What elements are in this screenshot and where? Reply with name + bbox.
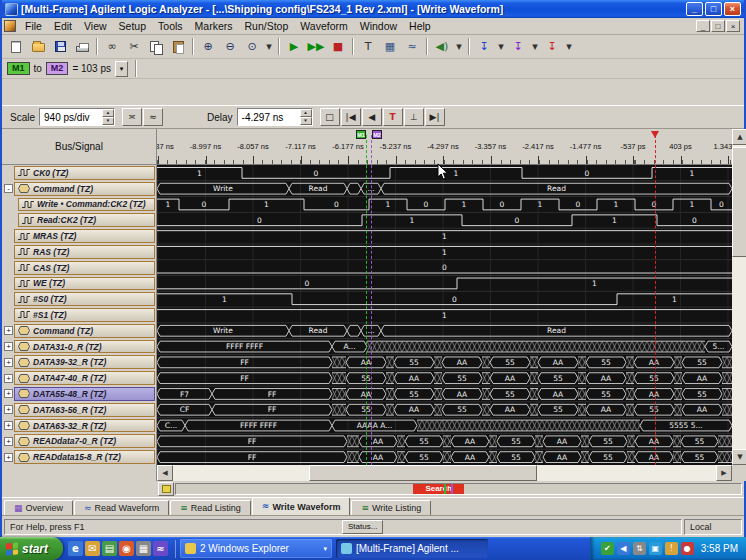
menu-tools[interactable]: Tools — [152, 19, 189, 33]
goto-trigger-button[interactable]: T — [383, 108, 403, 126]
signal-button[interactable]: Write • Command:CK2 (TZ) — [18, 198, 155, 212]
tree-expander-plus-icon[interactable]: + — [4, 374, 13, 383]
scale-input[interactable]: 940 ps/div ▲▼ — [39, 108, 115, 126]
cut-button[interactable]: ✂ — [123, 37, 145, 57]
paste-button[interactable] — [167, 37, 189, 57]
overview-options-button[interactable] — [158, 482, 174, 496]
signal-row-cas-tz[interactable]: CAS (TZ) — [2, 260, 156, 276]
menu-help[interactable]: Help — [403, 19, 437, 33]
search-region-marker[interactable]: Search — [413, 484, 464, 494]
scale-spin-up[interactable]: ▲ — [102, 109, 114, 117]
goto-marker-button[interactable]: □ — [320, 108, 340, 126]
copy-button[interactable] — [145, 37, 167, 57]
horizontal-scroll-thumb[interactable] — [309, 465, 537, 481]
signal-row-data55-48-r-tz[interactable]: +DATA55-48_R (TZ) — [2, 386, 156, 402]
signal-row-data31-0-r-tz[interactable]: +DATA31-0_R (TZ) — [2, 339, 156, 355]
sound-dropdown[interactable]: ▾ — [453, 37, 465, 57]
trigger-settings-button[interactable]: T — [357, 37, 379, 57]
signal-row-ras-tz[interactable]: RAS (TZ) — [2, 244, 156, 260]
task-button-2-windows-explorer[interactable]: 2 Windows Explorer▾ — [180, 539, 332, 558]
waveform-display-area[interactable]: -9.937 ns-8.997 ns-8.057 ns-7.117 ns-6.1… — [157, 129, 732, 481]
zoom-options-dropdown[interactable]: ▾ — [263, 37, 275, 57]
marker-m2-dropdown[interactable]: ▾ — [529, 37, 541, 57]
menu-waveform[interactable]: Waveform — [294, 19, 353, 33]
quick-launch-app-icon[interactable]: ≈ — [153, 541, 168, 556]
signal-button[interactable]: DATA63-56_R (TZ) — [14, 403, 155, 417]
ruler-m1-flag[interactable]: M1 — [356, 130, 366, 139]
tree-expander-plus-icon[interactable]: + — [4, 326, 13, 335]
signal-button[interactable]: #S1 (TZ) — [14, 308, 155, 322]
signal-button[interactable]: Command (TZ) — [14, 324, 155, 338]
marker-m2-chip[interactable]: M2 — [46, 62, 69, 75]
signal-row-write-command-ck2-tz[interactable]: Write • Command:CK2 (TZ) — [2, 197, 156, 213]
signal-row-command-tz[interactable]: -Command (TZ) — [2, 181, 156, 197]
signal-row-data47-40-r-tz[interactable]: +DATA47-40_R (TZ) — [2, 370, 156, 386]
quick-launch-mail-icon[interactable]: ✉ — [85, 541, 100, 556]
tree-expander-plus-icon[interactable]: + — [4, 405, 13, 414]
signal-button[interactable]: Read:CK2 (TZ) — [18, 213, 155, 227]
scroll-left-button[interactable]: ◀ — [157, 465, 173, 481]
step-left-button[interactable]: ◀ — [362, 108, 382, 126]
tray-network-icon[interactable]: ⇅ — [633, 542, 646, 555]
tray-app-icon[interactable]: ● — [681, 542, 694, 555]
signal-row-command-tz[interactable]: +Command (TZ) — [2, 323, 156, 339]
signal-row-mras-tz[interactable]: MRAS (TZ) — [2, 228, 156, 244]
marker-m1-dropdown[interactable]: ▾ — [495, 37, 507, 57]
tree-expander-plus-icon[interactable]: + — [4, 421, 13, 430]
signal-row-readdata15-8-r-tz[interactable]: +READdata15-8_R (TZ) — [2, 449, 156, 465]
tree-expander-plus-icon[interactable]: + — [4, 389, 13, 398]
zoom-fit-button[interactable]: ⊙ — [241, 37, 263, 57]
new-file-button[interactable] — [5, 37, 27, 57]
tray-volume-icon[interactable]: ◀ — [617, 542, 630, 555]
signal-row-data63-32-r-tz[interactable]: +DATA63-32_R (TZ) — [2, 418, 156, 434]
horizontal-scroll-track[interactable] — [173, 465, 716, 481]
scroll-right-button[interactable]: ▶ — [716, 465, 732, 481]
sound-button[interactable]: ◀) — [431, 37, 453, 57]
quick-launch-desktop-icon[interactable]: ▤ — [102, 541, 117, 556]
open-file-button[interactable] — [27, 37, 49, 57]
task-button-multi-frame-agilent[interactable]: [Multi-Frame] Agilent ... — [336, 539, 488, 558]
delay-spin-down[interactable]: ▼ — [300, 117, 312, 125]
signal-row-readdata7-0-r-tz[interactable]: +READdata7-0_R (TZ) — [2, 433, 156, 449]
menu-setup[interactable]: Setup — [113, 19, 152, 33]
signal-button[interactable]: READdata7-0_R (TZ) — [14, 434, 155, 448]
start-button[interactable]: start — [0, 537, 63, 560]
child-minimize-button[interactable]: _ — [696, 20, 710, 32]
compress-scale-button[interactable]: ≈ — [143, 108, 163, 126]
tray-alert-icon[interactable]: ! — [665, 542, 678, 555]
signal-row-read-ck2-tz[interactable]: Read:CK2 (TZ) — [2, 212, 156, 228]
ruler-m2-flag[interactable]: M2 — [372, 130, 382, 139]
marker-m1-chip[interactable]: M1 — [7, 62, 30, 75]
goto-beginning-button[interactable]: |◀ — [341, 108, 361, 126]
waveform-view-button[interactable]: ≈ — [401, 37, 423, 57]
waveform-canvas[interactable]: 10101WriteRead...Read1010101010101001010… — [157, 165, 732, 465]
menu-view[interactable]: View — [78, 19, 113, 33]
quick-launch-ie-icon[interactable]: e — [68, 541, 83, 556]
tree-expander-plus-icon[interactable]: + — [4, 437, 13, 446]
status-popup[interactable]: Status... — [342, 520, 383, 534]
close-button[interactable]: × — [724, 2, 741, 16]
scroll-down-button[interactable]: ▼ — [732, 449, 746, 465]
signal-row-ck0-tz[interactable]: CK0 (TZ) — [2, 165, 156, 181]
minimize-button[interactable]: _ — [686, 2, 703, 16]
grid-button[interactable]: ▦ — [379, 37, 401, 57]
menu-window[interactable]: Window — [354, 19, 403, 33]
tab-overview[interactable]: ▦Overview — [4, 500, 73, 515]
signal-button[interactable]: DATA55-48_R (TZ) — [14, 387, 155, 401]
quick-launch-explorer-icon[interactable]: ▦ — [136, 541, 151, 556]
signal-button[interactable]: CK0 (TZ) — [14, 166, 155, 180]
signal-button[interactable]: READdata15-8_R (TZ) — [14, 450, 155, 464]
signal-button[interactable]: DATA47-40_R (TZ) — [14, 371, 155, 385]
goto-end-button[interactable]: ▶| — [425, 108, 445, 126]
tree-expander-plus-icon[interactable]: + — [4, 453, 13, 462]
stop-button[interactable]: ■ — [327, 37, 349, 57]
signal-button[interactable]: CAS (TZ) — [14, 261, 155, 275]
expand-scale-button[interactable]: ≍ — [122, 108, 142, 126]
signal-button[interactable]: Command (TZ) — [14, 182, 155, 196]
tree-expander-plus-icon[interactable]: + — [4, 342, 13, 351]
find-button[interactable]: ∞ — [101, 37, 123, 57]
scale-spin-down[interactable]: ▼ — [102, 117, 114, 125]
delay-spin-up[interactable]: ▲ — [300, 109, 312, 117]
signal-row-data39-32-r-tz[interactable]: +DATA39-32_R (TZ) — [2, 354, 156, 370]
signal-button[interactable]: DATA31-0_R (TZ) — [14, 340, 155, 354]
